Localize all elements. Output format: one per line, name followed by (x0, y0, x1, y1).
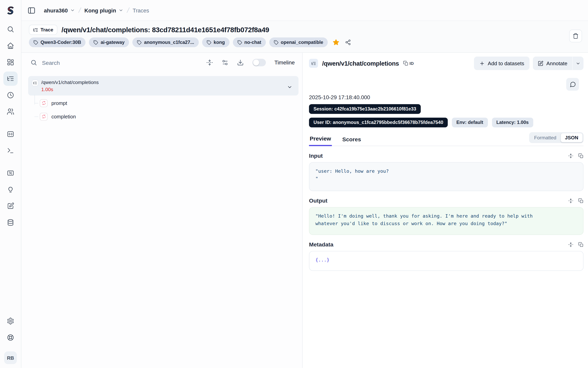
input-content: "user: Hello, how are you?" (309, 162, 583, 191)
metadata-content[interactable]: {...} (309, 251, 583, 271)
support-lifebuoy-icon[interactable] (3, 331, 18, 345)
trace-tree: /qwen/v1/chat/completions 1.00s prompt (28, 76, 299, 123)
generation-icon (40, 99, 48, 107)
settings-gear-icon[interactable] (3, 314, 18, 328)
trace-header: Trace /qwen/v1/chat/completions: 83cd782… (21, 21, 588, 53)
tag-icon (207, 40, 211, 45)
evaluation-icon[interactable] (3, 166, 18, 180)
annotate-button[interactable]: Annotate (533, 56, 572, 70)
datasets-database-icon[interactable] (3, 215, 18, 230)
add-to-datasets-button[interactable]: Add to datasets (474, 56, 530, 70)
search-icon (30, 59, 37, 66)
user-id-badge[interactable]: User ID: anonymous_c1fca2795bbedc5f36678… (309, 118, 448, 127)
tag-chip[interactable]: kong (202, 37, 229, 47)
chevron-down-icon[interactable] (287, 84, 293, 90)
tree-children: prompt completion (28, 96, 299, 123)
breadcrumb-project[interactable]: Kong plugin (84, 7, 123, 13)
langfuse-trace-page: RB ahura360 / Kong plugin / Traces (0, 0, 588, 368)
tag-chip[interactable]: ai-gateway (89, 37, 129, 47)
session-badge[interactable]: Session: c42fca19b75e13aac2b2106610f81e3… (309, 104, 421, 114)
tree-node-duration: 1.00s (41, 87, 98, 92)
detail-tabs: Preview Scores Formatted JSON (309, 133, 583, 146)
download-icon[interactable] (237, 59, 244, 66)
view-settings-icon[interactable] (222, 59, 228, 66)
copy-icon[interactable] (578, 242, 584, 247)
input-line: "user: Hello, how are you? (315, 167, 577, 175)
tree-node-name: /qwen/v1/chat/completions (41, 79, 98, 85)
tree-node-completion[interactable]: completion (28, 110, 299, 123)
tag-icon (94, 40, 98, 45)
format-json-option[interactable]: JSON (560, 133, 583, 142)
search-nav-icon[interactable] (3, 22, 18, 36)
home-icon[interactable] (3, 38, 18, 53)
app-logo-icon[interactable] (6, 6, 15, 15)
search-input[interactable] (42, 59, 206, 66)
id-label: ID (409, 61, 414, 66)
trace-tree-panel: Timeline /qwen/v1/chat/completions 1.00s (21, 53, 303, 368)
tag-label: kong (214, 40, 225, 45)
sidebar-bottom: RB (3, 314, 18, 368)
timeline-toggle[interactable] (252, 59, 266, 66)
tree-node-root[interactable]: /qwen/v1/chat/completions 1.00s (28, 76, 299, 96)
insights-lightbulb-icon[interactable] (3, 183, 18, 197)
tracing-icon[interactable] (3, 72, 18, 86)
collapse-all-icon[interactable] (206, 59, 213, 66)
format-switch: Formatted JSON (529, 132, 583, 143)
tags-row: Qwen3-Coder:30B ai-gateway anonymous_c1f… (29, 37, 582, 47)
copy-id-icon[interactable] (403, 61, 408, 66)
observation-title: /qwen/v1/chat/completions (322, 60, 399, 67)
input-section-title: Input (309, 152, 323, 159)
tree-toolbar: Timeline (21, 54, 302, 71)
annotation-pen-icon[interactable] (3, 199, 18, 213)
comments-button[interactable] (566, 78, 579, 91)
output-section-title: Output (309, 197, 327, 204)
playground-terminal-icon[interactable] (3, 144, 18, 158)
breadcrumb-org-label: ahura360 (44, 7, 68, 13)
output-section-header: Output (309, 197, 583, 204)
metadata-collapsed-json[interactable]: {...} (315, 257, 329, 262)
panel-left-toggle-icon[interactable] (27, 6, 36, 14)
copy-icon[interactable] (578, 153, 584, 158)
list-tree-icon (33, 27, 38, 32)
tree-node-prompt[interactable]: prompt (28, 96, 299, 110)
breadcrumb-page-label[interactable]: Traces (133, 7, 149, 13)
collapse-section-icon[interactable] (568, 242, 574, 247)
tag-icon (137, 40, 142, 45)
output-content: "Hello! I'm doing well, thank you for as… (309, 207, 583, 235)
prompts-icon[interactable] (3, 127, 18, 141)
annotate-split-button: Annotate (533, 56, 583, 70)
tag-chip[interactable]: no-chat (233, 37, 266, 47)
copy-icon[interactable] (578, 198, 584, 203)
tag-icon (33, 40, 38, 45)
tab-scores[interactable]: Scores (341, 134, 362, 146)
tag-label: anonymous_c1fca27... (144, 40, 194, 45)
add-to-datasets-label: Add to datasets (488, 60, 524, 66)
tag-chip[interactable]: anonymous_c1fca27... (133, 37, 199, 47)
timeline-label: Timeline (275, 59, 295, 65)
trace-type-badge: Trace (29, 25, 57, 35)
tag-label: openai_compatible (281, 40, 323, 45)
tree-node-label: completion (51, 114, 76, 119)
format-formatted-option[interactable]: Formatted (530, 133, 560, 142)
tab-preview[interactable]: Preview (309, 133, 332, 146)
input-line: " (315, 175, 577, 183)
sessions-clock-icon[interactable] (3, 88, 18, 102)
bookmark-star-icon[interactable] (332, 39, 339, 46)
tag-chip[interactable]: openai_compatible (269, 37, 328, 47)
sidebar-nav (3, 22, 18, 232)
chevron-down-icon (70, 8, 75, 13)
annotate-dropdown-chevron[interactable] (572, 56, 583, 70)
sidebar: RB (0, 0, 21, 368)
trace-detail-panel: /qwen/v1/chat/completions ID Add to data… (303, 53, 588, 368)
users-icon[interactable] (3, 105, 18, 119)
collapse-section-icon[interactable] (568, 153, 574, 158)
share-icon[interactable] (345, 39, 351, 45)
tag-icon (237, 40, 242, 45)
user-avatar[interactable]: RB (4, 351, 17, 364)
delete-trace-button[interactable] (569, 30, 582, 42)
dashboard-icon[interactable] (3, 55, 18, 69)
collapse-section-icon[interactable] (568, 198, 574, 203)
chevron-down-icon (118, 8, 123, 13)
breadcrumb-org[interactable]: ahura360 (44, 7, 75, 13)
tag-chip[interactable]: Qwen3-Coder:30B (29, 37, 86, 47)
